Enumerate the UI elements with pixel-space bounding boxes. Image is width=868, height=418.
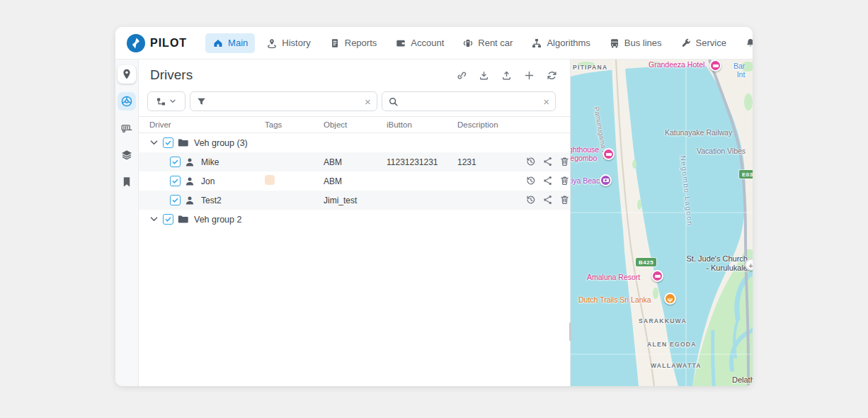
panel-toolbar <box>456 70 557 81</box>
import-button[interactable] <box>479 70 489 81</box>
home-icon <box>212 38 224 49</box>
object-cell: Jimi_test <box>324 196 387 205</box>
group-checkbox[interactable] <box>163 214 173 225</box>
map-canvas[interactable] <box>571 60 753 386</box>
folder-icon <box>177 213 189 225</box>
delete-action-button[interactable] <box>559 194 570 207</box>
camera-icon <box>603 179 609 182</box>
hotel-bed-icon <box>655 275 661 278</box>
nav-account[interactable]: Account <box>388 33 451 53</box>
search-field: × <box>382 91 556 111</box>
search-input[interactable] <box>403 96 539 106</box>
driver-checkbox[interactable] <box>170 176 181 186</box>
clear-filter-icon[interactable]: × <box>365 96 371 107</box>
export-button[interactable] <box>501 70 512 81</box>
col-object[interactable]: Object <box>324 120 387 129</box>
share-action-button[interactable] <box>542 156 553 169</box>
nav-label: Rent car <box>478 38 513 48</box>
tag-filter-field: × <box>190 91 377 111</box>
hotel-bed-icon <box>606 153 612 156</box>
delete-action-button[interactable] <box>559 175 570 188</box>
driver-icon <box>184 176 195 187</box>
nav-main[interactable]: Main <box>205 33 255 53</box>
brand-logo[interactable]: PILOT <box>127 34 187 52</box>
car-key-icon <box>462 38 474 49</box>
wallet-icon <box>395 38 406 49</box>
nav-reports[interactable]: Reports <box>322 33 384 53</box>
poi-marker-st-judes-church[interactable] <box>745 259 753 271</box>
rail-layers-button[interactable] <box>118 146 136 164</box>
col-description[interactable]: Description <box>457 120 515 129</box>
trash-icon <box>561 177 568 184</box>
delete-action-button[interactable] <box>559 156 570 169</box>
nav-events[interactable]: Events <box>738 33 753 53</box>
group-row-veh-group-3[interactable]: Veh group (3) <box>139 133 570 152</box>
link-icon <box>456 70 467 81</box>
share-icon <box>542 156 553 166</box>
col-tags[interactable]: Tags <box>265 120 324 129</box>
object-cell: ABM <box>324 157 387 167</box>
road-shield-b425: B425 <box>636 258 656 266</box>
driver-row-test2[interactable]: Test2 Jimi_test <box>139 191 570 210</box>
nav-rent-car[interactable]: Rent car <box>455 33 520 53</box>
rail-trailers-button[interactable] <box>118 119 136 137</box>
rail-bookmarks-button[interactable] <box>118 173 136 191</box>
trailer-icon <box>120 122 133 135</box>
view-mode-dropdown[interactable] <box>147 91 185 111</box>
driver-icon <box>184 157 195 168</box>
history-icon <box>527 158 535 165</box>
search-icon <box>388 96 399 107</box>
nav-label: Reports <box>345 38 377 48</box>
driver-row-mike[interactable]: Mike ABM 11231231231 1231 <box>139 152 570 171</box>
share-action-button[interactable] <box>542 175 553 188</box>
link-button[interactable] <box>456 70 467 81</box>
col-driver[interactable]: Driver <box>139 120 265 129</box>
nav-history[interactable]: History <box>259 33 317 53</box>
church-cross-icon <box>748 259 753 271</box>
driver-checkbox[interactable] <box>170 195 181 205</box>
add-driver-button[interactable] <box>524 70 535 81</box>
panel-resize-handle[interactable] <box>569 322 571 341</box>
rail-places-button[interactable] <box>118 65 136 84</box>
funnel-icon <box>196 96 207 107</box>
group-label: Veh group 2 <box>194 215 241 225</box>
sitemap-icon <box>531 38 542 49</box>
group-row-veh-group-2[interactable]: Veh group 2 <box>139 210 570 229</box>
bookmark-icon <box>120 176 133 188</box>
poi-marker-beach[interactable] <box>600 174 612 186</box>
poi-marker-dutch-trails[interactable] <box>664 293 676 305</box>
nav-bus-lines[interactable]: Bus lines <box>602 33 669 53</box>
col-ibutton[interactable]: iButton <box>387 120 457 129</box>
nav-algorithms[interactable]: Algorithms <box>524 33 597 53</box>
refresh-button[interactable] <box>547 70 557 81</box>
chevron-down-icon[interactable] <box>149 137 159 148</box>
history-icon <box>527 196 535 203</box>
clear-search-icon[interactable]: × <box>543 96 549 107</box>
history-action-button[interactable] <box>525 194 536 207</box>
driver-row-jon[interactable]: Jon ABM <box>139 171 570 191</box>
tags-cell <box>265 175 324 187</box>
history-action-button[interactable] <box>525 175 536 188</box>
plus-icon <box>524 70 535 81</box>
tag-chip[interactable] <box>265 175 275 185</box>
poi-marker-amaluna-resort[interactable] <box>651 270 663 282</box>
group-checkbox[interactable] <box>163 137 173 148</box>
driver-checkbox[interactable] <box>170 157 181 167</box>
filter-row: × × <box>139 91 570 116</box>
top-nav: PILOT Main History Reports Account Rent … <box>115 27 753 60</box>
bus-icon <box>609 38 620 49</box>
rail-drivers-button[interactable] <box>118 92 136 111</box>
share-action-button[interactable] <box>542 194 553 207</box>
poi-marker-lighthouse-negombo[interactable] <box>603 148 615 160</box>
nav-label: Bus lines <box>624 38 662 48</box>
nav-label: Account <box>411 38 444 48</box>
drivers-panel: Drivers × <box>139 60 571 386</box>
layers-icon <box>120 149 133 162</box>
map-view[interactable]: PITIPANA Grandeeza Hotel Bar Int Pamunug… <box>571 60 753 386</box>
page-title: Drivers <box>150 67 193 83</box>
poi-marker-grandeeza-hotel[interactable] <box>709 60 721 72</box>
nav-service[interactable]: Service <box>673 33 733 53</box>
tag-filter-input[interactable] <box>211 96 360 106</box>
history-action-button[interactable] <box>525 156 536 169</box>
chevron-down-icon[interactable] <box>149 214 159 225</box>
